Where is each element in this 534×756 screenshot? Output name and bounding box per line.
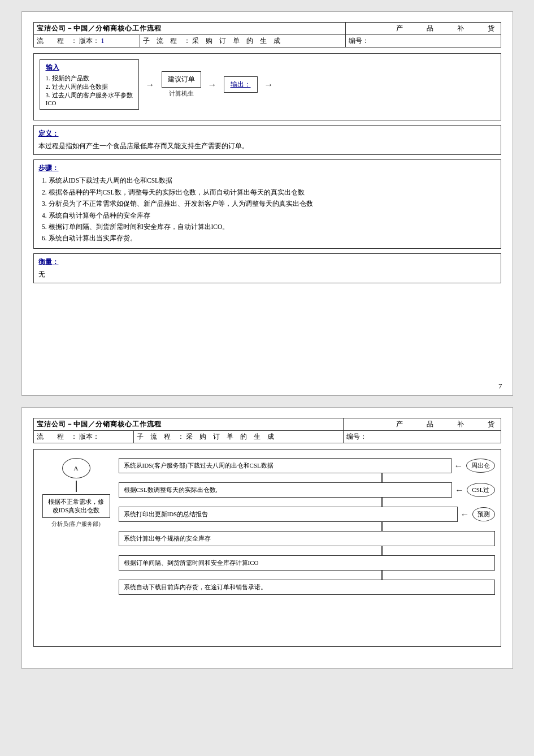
input-box: 输入 1. 报新的产品数 2. 过去八周的出仓数据 3. 过去八周的客户服务水平… xyxy=(40,59,139,110)
output-box: 输出： xyxy=(224,76,258,93)
flow-diagram: 输入 1. 报新的产品数 2. 过去八周的出仓数据 3. 过去八周的客户服务水平… xyxy=(40,59,495,110)
center-step-5: 根据订单间隔、到货所需时间和安全库存计算ICO xyxy=(119,555,495,571)
page-number-1: 7 xyxy=(498,382,502,391)
actor-label: 分析员(客户服务部) xyxy=(51,520,101,528)
arrow-1: → xyxy=(146,80,155,90)
arrow-3: → xyxy=(264,80,273,90)
company-title: 宝洁公司－中国／分销商核心工作流程 xyxy=(33,23,346,35)
process-value-2: 产 品 补 货 xyxy=(343,418,501,431)
code-label: 编号： xyxy=(346,35,501,47)
step-3: 分析员为了不正常需求如促销、新产品推出、开发新客户等，人为调整每天的真实出仓数 xyxy=(49,198,496,209)
center-step-2: 根据CSL数调整每天的实际出仓数, xyxy=(119,482,453,498)
empty-space xyxy=(33,288,501,378)
arrow-left-2: ← xyxy=(455,485,464,495)
input-items: 1. 报新的产品数 2. 过去八周的出仓数据 3. 过去八周的客户服务水平参数 … xyxy=(46,74,133,106)
definition-content: 本过程是指如何产生一个食品店最低库存而又能支持生产需要的订单。 xyxy=(38,141,496,151)
step-4: 系统自动计算每个品种的安全库存 xyxy=(49,210,496,221)
left-decision-box: 根据不正常需求，修改IDS真实出仓数 xyxy=(42,494,110,518)
step-5: 根据订单间隔、到货所需时间和安全库存，自动计算出ICO。 xyxy=(49,222,496,232)
start-oval: A xyxy=(62,458,90,478)
v-line-3 xyxy=(381,522,383,531)
v-line-1 xyxy=(381,473,383,482)
step-6: 系统自动计算出当实库存货。 xyxy=(49,233,496,243)
definition-section: 定义： 本过程是指如何产生一个食品店最低库存而又能支持生产需要的订单。 xyxy=(33,125,501,155)
center-step-3: 系统打印出更新IDS的总结报告 xyxy=(119,507,458,522)
suggest-order-column: 建议订单 计算机生 xyxy=(162,71,201,98)
flow-diagram-section: 输入 1. 报新的产品数 2. 过去八周的出仓数据 3. 过去八周的客户服务水平… xyxy=(33,53,501,120)
center-step-4: 系统计算出每个规格的安全库存 xyxy=(119,531,495,546)
subprocess-row: 子 流 程 ： 采 购 订 单 的 生 成 xyxy=(140,35,346,47)
center-step-6: 系统自动下载目前库内存货，在途订单和销售承诺。 xyxy=(119,580,495,595)
measure-section: 衡量： 无 xyxy=(33,253,501,283)
measure-content: 无 xyxy=(38,269,496,279)
process-value: 产 品 补 货 xyxy=(346,23,501,35)
definition-title: 定义： xyxy=(38,129,496,139)
header-table-1: 宝洁公司－中国／分销商核心工作流程 产 品 补 货 流 程 ： 版本： 1 子 … xyxy=(33,22,501,47)
measure-title: 衡量： xyxy=(38,257,496,267)
process-label: 流 程 ： 版本： 1 xyxy=(33,35,140,47)
process-row-2: 流 程 ： 版本： xyxy=(33,431,134,443)
company-title-2: 宝洁公司－中国／分销商核心工作流程 xyxy=(33,418,343,431)
right-oval-2: CSL过 xyxy=(467,483,494,497)
right-oval-1: 周出仓 xyxy=(466,459,495,473)
v-line-5 xyxy=(381,571,383,580)
subprocess-row-2: 子 流 程 ： 采 购 订 单 的 生 成 xyxy=(134,431,343,443)
page-container: 宝洁公司－中国／分销商核心工作流程 产 品 补 货 流 程 ： 版本： 1 子 … xyxy=(0,0,534,680)
computer-gen-label: 计算机生 xyxy=(169,89,194,98)
step-1: 系统从IDS下载过去八周的出仓和CSL数据 xyxy=(49,175,496,185)
steps-content: 系统从IDS下载过去八周的出仓和CSL数据 根据各品种的平均CSL数，调整每天的… xyxy=(38,175,496,243)
suggest-order-box: 建议订单 xyxy=(162,71,201,88)
v-line-4 xyxy=(381,546,383,555)
steps-title: 步骤： xyxy=(38,163,496,173)
input-title: 输入 xyxy=(46,63,133,72)
right-oval-3: 预测 xyxy=(472,507,495,521)
header-table-2: 宝洁公司－中国／分销商核心工作流程 产 品 补 货 流 程 ： 版本： 子 流 … xyxy=(33,418,501,443)
down-connector xyxy=(76,481,77,492)
document-page-1: 宝洁公司－中国／分销商核心工作流程 产 品 补 货 流 程 ： 版本： 1 子 … xyxy=(21,11,513,396)
center-step-1: 系统从IDS(客户服务部)下载过去八周的出仓和CSL数据 xyxy=(119,458,451,473)
v-line-2 xyxy=(381,498,383,507)
steps-section: 步骤： 系统从IDS下载过去八周的出仓和CSL数据 根据各品种的平均CSL数，调… xyxy=(33,159,501,248)
flow-chart-2: A 根据不正常需求，修改IDS真实出仓数 分析员(客户服务部) 系统从IDS(客… xyxy=(33,449,501,647)
arrow-left-1: ← xyxy=(454,461,463,471)
arrow-left-3: ← xyxy=(461,509,470,520)
code-label-2: 编号： xyxy=(343,431,501,443)
step-2: 根据各品种的平均CSL数，调整每天的实际出仓数，从而自动计算出每天的真实出仓数 xyxy=(49,187,496,197)
arrow-2: → xyxy=(208,80,217,90)
document-page-2: 宝洁公司－中国／分销商核心工作流程 产 品 补 货 流 程 ： 版本： 子 流 … xyxy=(21,407,513,669)
